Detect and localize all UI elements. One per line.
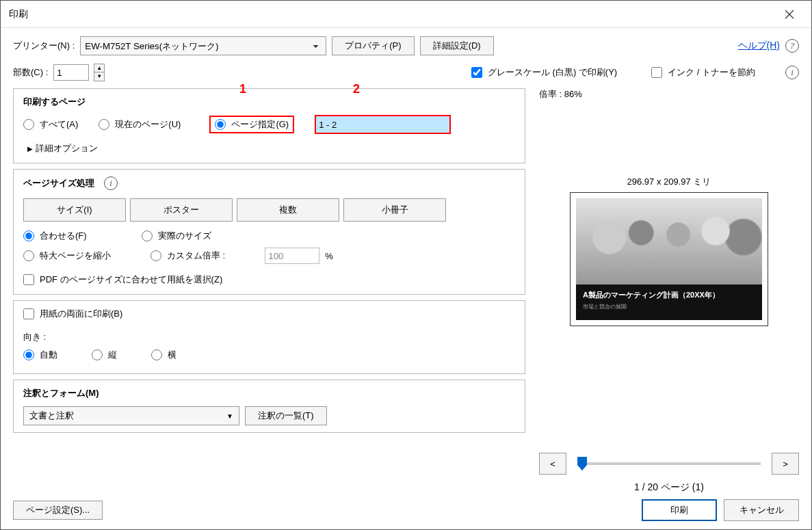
chevron-down-icon: ▼ — [226, 412, 233, 420]
more-options-toggle[interactable]: ▶ 詳細オプション — [23, 140, 515, 156]
orient-portrait-radio-label[interactable]: 縦 — [92, 349, 117, 361]
page-setup-button[interactable]: ページ設定(S)... — [13, 501, 103, 520]
comments-select[interactable]: 文書と注釈 ▼ — [23, 406, 239, 425]
print-preview: A製品のマーケティング計画（20XX年） 市場と競合の展開 — [570, 192, 768, 326]
preview-caption-sub: 市場と競合の展開 — [583, 303, 755, 310]
custom-radio[interactable] — [150, 250, 161, 261]
orient-auto-radio-label[interactable]: 自動 — [23, 349, 57, 361]
comments-list-button[interactable]: 注釈の一覧(T) — [245, 406, 327, 425]
printer-select[interactable]: EW-M752T Series(ネットワーク) — [80, 36, 326, 55]
pages-all-radio[interactable] — [23, 119, 34, 130]
cancel-button[interactable]: キャンセル — [724, 499, 799, 521]
pages-range-input[interactable] — [316, 116, 449, 133]
grayscale-checkbox-label[interactable]: グレースケール (白黒) で印刷(Y) — [471, 66, 617, 79]
copies-up-button[interactable]: ▲ — [94, 64, 104, 72]
preview-dimensions: 296.97 x 209.97 ミリ — [539, 176, 799, 188]
preview-image-placeholder — [576, 198, 762, 284]
sizing-panel-title: ページサイズ処理 — [23, 177, 94, 189]
annotation-2: 2 — [353, 82, 360, 96]
sizing-info-icon[interactable]: i — [104, 176, 118, 190]
page-indicator: 1 / 20 ページ (1) — [539, 481, 799, 494]
pages-panel-title: 印刷するページ — [23, 96, 515, 108]
copies-input[interactable] — [53, 64, 89, 81]
pages-all-radio-label[interactable]: すべて(A) — [23, 118, 78, 131]
preview-next-button[interactable]: > — [772, 453, 799, 475]
annotation-1: 1 — [239, 82, 246, 96]
duplex-checkbox-label[interactable]: 用紙の両面に印刷(B) — [23, 308, 122, 320]
savetoner-checkbox-label[interactable]: インク / トナーを節約 — [651, 66, 755, 79]
pages-current-radio[interactable] — [99, 119, 109, 130]
close-button[interactable] — [776, 1, 803, 28]
scale-label: 倍率 : 86% — [539, 88, 799, 101]
pdfsize-checkbox[interactable] — [23, 274, 34, 285]
comments-panel-title: 注釈とフォーム(M) — [23, 387, 515, 399]
preview-caption-title: A製品のマーケティング計画（20XX年） — [583, 290, 755, 300]
window-title: 印刷 — [9, 8, 776, 21]
actual-radio[interactable] — [142, 230, 153, 241]
custom-radio-label[interactable]: カスタム倍率 : — [150, 250, 225, 262]
duplex-checkbox[interactable] — [23, 308, 34, 319]
pages-current-radio-label[interactable]: 現在のページ(U) — [99, 118, 181, 131]
size-tab-button[interactable]: サイズ(I) — [23, 198, 126, 222]
orient-auto-radio[interactable] — [23, 349, 34, 360]
preview-page-slider[interactable] — [577, 462, 761, 465]
booklet-tab-button[interactable]: 小冊子 — [343, 198, 446, 222]
orient-portrait-radio[interactable] — [92, 349, 103, 360]
preview-prev-button[interactable]: < — [539, 453, 566, 475]
help-link[interactable]: ヘルプ(H) — [738, 40, 780, 52]
orient-landscape-radio[interactable] — [151, 349, 162, 360]
pdfsize-checkbox-label[interactable]: PDF のページサイズに合わせて用紙を選択(Z) — [23, 274, 222, 286]
pages-range-radio[interactable] — [215, 119, 226, 130]
copies-down-button[interactable]: ▼ — [94, 72, 104, 81]
savetoner-info-icon[interactable]: i — [785, 66, 799, 79]
pages-range-radio-label[interactable]: ページ指定(G) — [215, 118, 289, 131]
properties-button[interactable]: プロパティ(P) — [332, 36, 414, 55]
chevron-right-icon: ▶ — [27, 145, 33, 153]
help-info-icon[interactable]: ? — [785, 39, 799, 53]
orientation-label: 向き : — [23, 331, 515, 343]
percent-label: % — [325, 251, 333, 261]
savetoner-checkbox[interactable] — [651, 67, 662, 78]
custom-scale-input[interactable] — [265, 248, 319, 264]
print-button[interactable]: 印刷 — [642, 499, 717, 521]
copies-label: 部数(C) : — [13, 66, 48, 79]
close-icon — [785, 10, 794, 19]
orient-landscape-radio-label[interactable]: 横 — [151, 349, 176, 361]
shrink-radio[interactable] — [23, 250, 34, 261]
fit-radio-label[interactable]: 合わせる(F) — [23, 230, 87, 242]
multiple-tab-button[interactable]: 複数 — [237, 198, 339, 222]
slider-thumb[interactable] — [577, 457, 587, 471]
actual-radio-label[interactable]: 実際のサイズ — [142, 230, 211, 242]
fit-radio[interactable] — [23, 230, 34, 241]
advanced-settings-button[interactable]: 詳細設定(D) — [420, 36, 494, 55]
shrink-radio-label[interactable]: 特大ページを縮小 — [23, 250, 111, 262]
poster-tab-button[interactable]: ポスター — [130, 198, 233, 222]
printer-label: プリンター(N) : — [13, 40, 75, 52]
grayscale-checkbox[interactable] — [471, 67, 482, 78]
